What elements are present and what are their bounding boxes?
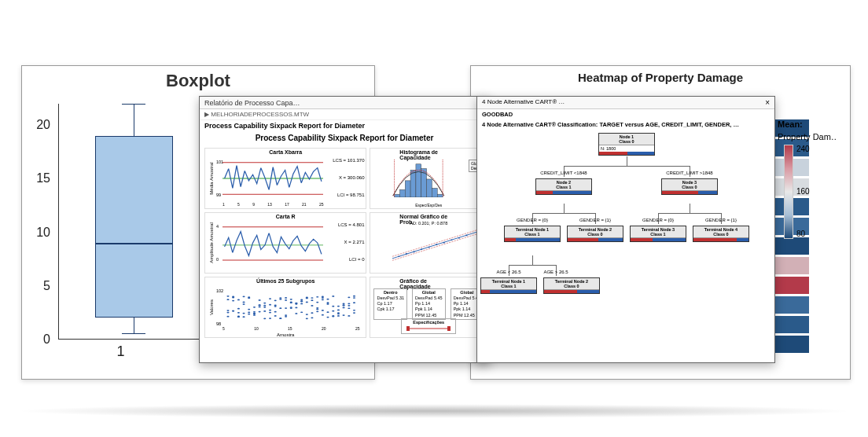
node-bar (631, 238, 686, 241)
svg-line-18 (392, 234, 477, 261)
svg-point-30 (226, 299, 229, 300)
svg-point-46 (242, 316, 245, 318)
svg-point-122 (322, 310, 324, 311)
v: 1800 (606, 146, 616, 151)
svg-point-57 (253, 314, 256, 316)
close-icon[interactable]: × (765, 98, 770, 107)
svg-point-54 (248, 297, 250, 299)
heatmap-title: Heatmap of Property Damage (471, 66, 850, 89)
x-ticks: 15913172125 (223, 202, 323, 207)
svg-rect-5 (406, 181, 411, 197)
sixpack-header: Process Capability Sixpack Report for Di… (200, 120, 489, 131)
node-bar (505, 238, 560, 241)
node-bar (662, 191, 717, 194)
svg-point-38 (232, 297, 234, 299)
svg-rect-7 (416, 164, 421, 197)
svg-point-20 (399, 255, 400, 257)
tree-terminal: Terminal Node 1Class 1 (480, 277, 537, 294)
heatmap-legend: Mean: Property Dam… 240 160 80 (778, 119, 837, 239)
legend-tick: 240 (796, 145, 810, 153)
svg-point-147 (348, 305, 350, 307)
split-label: CREDIT_LIMIT >1848 (666, 171, 712, 175)
svg-rect-3 (395, 194, 400, 197)
svg-point-120 (322, 297, 324, 299)
sixpack-main-title: Process Capability Sixpack Report for Di… (200, 131, 489, 145)
chart-body (223, 160, 323, 197)
svg-point-114 (311, 317, 313, 318)
svg-point-126 (326, 317, 329, 318)
node-head: Terminal Node 2Class 0 (568, 226, 623, 238)
svg-point-61 (259, 304, 261, 306)
svg-point-49 (242, 313, 245, 314)
svg-point-58 (253, 311, 256, 313)
svg-point-85 (285, 299, 287, 301)
breadcrumb-text: MELHORIADEPROCESSOS.MTW (211, 111, 309, 118)
svg-point-72 (269, 298, 271, 299)
cart-window: 4 Node Alternative CART® … × GOODBAD 4 N… (476, 96, 775, 363)
node-head: Terminal Node 1Class 1 (505, 226, 560, 238)
svg-point-142 (342, 307, 344, 309)
svg-point-65 (263, 305, 266, 307)
svg-point-29 (466, 235, 468, 237)
svg-line-17 (392, 232, 477, 259)
split-label: GENDER = {0} (517, 218, 548, 222)
node-bar (481, 290, 536, 293)
svg-point-153 (353, 296, 355, 297)
lci-label: LCI = 98.751 (337, 193, 365, 197)
cls: Class 1 (501, 284, 516, 288)
row: Ppk 1.14 (415, 307, 443, 312)
xt: 10 (254, 326, 259, 331)
svg-point-89 (285, 314, 287, 316)
cls: Class 0 (682, 185, 697, 189)
svg-point-55 (253, 307, 256, 308)
cls: Class 0 (713, 232, 728, 237)
cap-spec: Especificações (401, 318, 456, 334)
window-title: 4 Node Alternative CART® … (482, 98, 565, 107)
row: Cp 1.17 (377, 301, 404, 307)
chart-histogram: Histograma de Capacidade (370, 148, 487, 209)
cart-titlebar[interactable]: 4 Node Alternative CART® … × (477, 97, 774, 109)
svg-point-33 (226, 310, 229, 311)
svg-point-48 (242, 296, 245, 297)
cart-tree: Node 1Class 0 N: 1800 CREDIT_LIMIT <1848… (477, 130, 774, 358)
split-label: GENDER = {0} (642, 218, 674, 222)
cart-sub1: GOODBAD (477, 109, 774, 119)
legend-title: Mean: (778, 119, 837, 129)
svg-line-19 (392, 230, 477, 257)
svg-point-116 (316, 310, 318, 312)
svg-point-87 (285, 316, 287, 318)
svg-point-108 (306, 314, 308, 315)
xt: 9 (252, 202, 255, 207)
x-ticks: 510152025 (223, 326, 359, 331)
chart-probplot: Normal Gráfico de Prob. AD: 0.201; P: 0.… (370, 212, 487, 274)
svg-point-133 (332, 316, 334, 318)
svg-point-107 (306, 318, 308, 319)
ylabel: Valores (209, 299, 214, 315)
svg-point-68 (263, 318, 266, 319)
cap-dentro: Dentro DesvPad 5.31 Cp 1.17 Cpk 1.17 (373, 288, 407, 320)
row: DesvPad 5.45 (415, 296, 443, 301)
svg-point-78 (274, 299, 277, 301)
svg-point-74 (269, 312, 271, 314)
boxplot-y-axis: 0 5 10 15 20 (27, 104, 53, 340)
legend-subtitle: Property Dam… (778, 132, 837, 141)
xt: 1 (223, 202, 225, 207)
svg-point-69 (263, 303, 266, 304)
svg-point-77 (274, 306, 277, 307)
svg-point-110 (311, 299, 313, 301)
val: 1.14 (462, 307, 471, 311)
y-tick: 10 (36, 226, 50, 240)
tree-edge (532, 255, 533, 265)
sixpack-titlebar[interactable]: Relatório de Processo Capa… × (200, 97, 489, 109)
whisker-cap (122, 333, 145, 334)
svg-point-24 (428, 247, 430, 248)
box (95, 136, 173, 318)
tree-terminal: Terminal Node 2Class 0 (543, 277, 600, 294)
svg-point-125 (326, 299, 329, 300)
svg-point-73 (269, 318, 271, 319)
svg-point-82 (279, 297, 281, 299)
svg-point-149 (348, 307, 350, 309)
svg-point-59 (253, 313, 256, 314)
svg-point-137 (337, 313, 340, 314)
svg-point-104 (300, 301, 303, 303)
